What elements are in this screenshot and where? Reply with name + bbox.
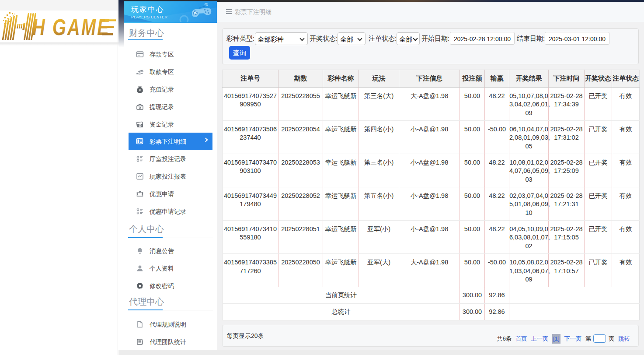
svg-text:H GAME: H GAME [32,15,110,40]
